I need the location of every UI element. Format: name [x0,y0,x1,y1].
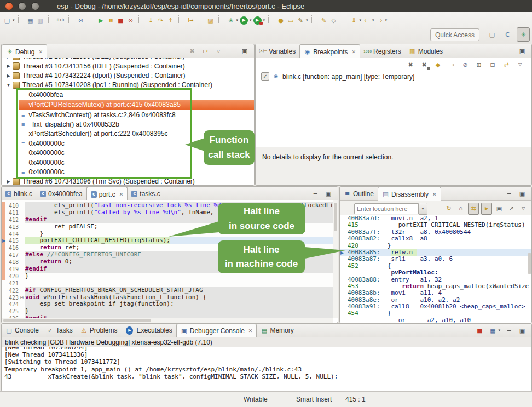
sync-active-context-icon[interactable]: ⇆ [468,203,479,215]
pin-view-icon[interactable]: ↗ [506,203,516,214]
search-icon[interactable]: ✎ [296,15,305,26]
disassembly-listing[interactable]: 40083a7d: movi.n a2, 1415 portEXIT_CRITI… [340,215,531,323]
close-tab-icon[interactable]: ✕ [38,49,43,55]
tab-memory[interactable]: ▤Memory [257,324,297,337]
code-line[interactable]: 420} [2,273,333,280]
tab-debug[interactable]: ✳Debug✕ [2,44,47,59]
fold-collapse-icon[interactable]: ⊖ [20,295,24,300]
view-menu-icon[interactable]: ▽ [518,203,528,214]
location-input[interactable] [354,203,419,214]
window-minimize-button[interactable] [18,2,26,10]
new-wizard-group[interactable]: ▢▾ [2,15,15,26]
instruction-stepping-mode-icon[interactable]: i→ [200,46,210,57]
stack-frame-row[interactable]: ≡vPortCPUReleaseMutex() at port.c:415 0x… [19,100,254,110]
thread-row[interactable]: ▶Thread #6 1073431096 (Tmr Svc) (Suspend… [2,177,254,185]
tab-variables[interactable]: (x)=Variables [256,44,299,58]
show-execution-pointer-icon[interactable]: ≣ [196,15,206,26]
close-tab-icon[interactable]: ✕ [432,192,437,197]
terminate-console-icon[interactable]: ■ [475,325,484,336]
disassembly-row[interactable]: or a2, a10, a10 [340,317,531,323]
build-binary-icon[interactable]: 010 [56,15,66,26]
quick-access-button[interactable]: Quick Access [430,28,479,41]
stack-frame-row[interactable]: ≡0x4000000c [19,167,254,176]
tab-0x4000bfea[interactable]: c0x4000bfea [36,187,86,200]
step-into-icon[interactable]: ↓ [146,15,156,26]
open-new-view-icon[interactable]: ▣ [494,203,504,214]
follow-pc-icon[interactable]: ▶ [481,203,492,215]
use-step-filters-icon[interactable]: ▨ [206,15,216,26]
resume-icon[interactable]: ▶ [96,15,106,26]
minimize-icon[interactable]: ─ [227,46,236,57]
debug-dropdown-icon[interactable]: ▾ [236,18,239,22]
remove-all-breakpoints-icon[interactable]: ✖ [419,59,429,70]
view-menu-icon[interactable]: ▽ [213,46,223,57]
tab-tasks-c[interactable]: ctasks.c [128,187,164,200]
stack-frame-row[interactable]: ≡vTaskSwitchContext() at tasks.c:2,846 0… [19,110,254,119]
back-dropdown-icon[interactable]: ▾ [372,18,374,22]
link-with-debug-view-icon[interactable]: ⇄ [501,59,511,70]
code-line[interactable]: 424 esp_set_breakpoint_if_jtag(function)… [2,301,333,308]
instruction-stepping-icon[interactable]: i→ [186,15,196,26]
breakpoint-checkbox[interactable]: ✓ [261,72,269,81]
code-line[interactable]: 425} [2,308,333,315]
new-wizard-icon[interactable]: ▢ [2,15,12,26]
step-over-icon[interactable]: ↷ [156,15,166,26]
thread-row[interactable]: ▶Thread #4 1073432224 (dport) (Suspended… [2,71,254,80]
display-selected-console-dropdown-icon[interactable]: ▾ [498,328,500,333]
external-tools-dropdown-icon[interactable]: ▾ [263,18,265,22]
code-line[interactable]: 422#if CONFIG_FREERTOS_BREAK_ON_SCHEDULE… [2,287,333,294]
tree-expand-icon[interactable]: ▼ [5,83,11,88]
stack-frame-row[interactable]: ≡_frxt_dispatch() at 0x4008532b [19,119,254,129]
maximize-icon[interactable]: ▣ [517,46,527,57]
run-icon[interactable]: ▶ [240,16,248,25]
tab-breakpoints[interactable]: ◉Breakpoints✕ [299,44,360,59]
run-dropdown-icon[interactable]: ▾ [250,18,252,22]
expand-all-icon[interactable]: ⊞ [474,59,484,70]
display-selected-console-icon[interactable]: ▦ [488,325,498,336]
new-cpp-project-icon[interactable]: ● [276,15,286,26]
view-menu-icon[interactable]: ▽ [515,59,525,70]
stack-frame-row[interactable]: ≡0x4000bfea [19,90,254,99]
tab-registers[interactable]: 1010Registers [360,44,405,58]
debug-group[interactable]: ✳▾ [226,15,239,26]
forward-icon[interactable]: ⇒ [375,15,385,26]
editor-horizontal-scrollbar[interactable] [2,318,333,323]
thread-row[interactable]: ▼Thread #5 1073410208 (ipc1 : Running) (… [2,81,254,90]
tab-port-c[interactable]: cport.c✕ [86,187,128,201]
forward-dropdown-icon[interactable]: ▾ [385,18,388,22]
external-tools-group[interactable]: ▶▾ [252,16,266,25]
location-dropdown-icon[interactable]: ▼ [419,203,427,215]
save-icon[interactable]: ▦ [26,15,36,26]
close-tab-icon[interactable]: ✕ [352,49,356,55]
remove-breakpoint-icon[interactable]: ✖ [406,59,415,70]
suspend-icon[interactable]: ▮▮ [106,15,116,26]
code-line[interactable]: 423void vPortFirstTaskHook(TaskFunction_… [2,294,333,301]
debug-icon[interactable]: ✳ [226,15,236,26]
step-return-icon[interactable]: ↑ [166,15,176,26]
collapse-all-icon[interactable]: ⊟ [488,59,498,70]
breakpoint-row[interactable]: ✓ ◉ blink.c [function: app_main] [type: … [256,71,531,82]
last-edit-location-dropdown-icon[interactable]: ▾ [360,18,362,22]
cpp-perspective-button[interactable]: C [501,28,513,41]
save-all-icon[interactable]: ▥ [36,15,45,26]
back-icon[interactable]: ⇐ [362,15,372,26]
console-output[interactable]: [New Thread 1073408744][New Thread 10734… [2,347,531,391]
close-tab-icon[interactable]: ✕ [248,328,253,334]
disconnect-icon[interactable]: ⊗ [126,15,136,26]
debug-perspective-button[interactable]: ✳ [517,27,530,42]
tree-expand-icon[interactable]: ▶ [5,64,11,68]
display-selected-console-group[interactable]: ▦▾ [488,325,501,336]
skip-all-breakpoints-icon[interactable]: ⊘ [76,15,86,26]
search-group[interactable]: ✎▾ [296,15,309,26]
minimize-icon[interactable]: ─ [504,46,514,57]
tab-disassembly[interactable]: ▤Disassembly✕ [378,187,441,201]
open-perspective-button[interactable]: ▢ [486,28,498,41]
maximize-icon[interactable]: ▣ [240,46,250,57]
tab-modules[interactable]: ▦Modules [405,44,447,58]
terminate-icon[interactable]: ■ [116,15,126,26]
tab-executables[interactable]: ▶Executables [121,324,176,337]
window-maximize-button[interactable] [31,2,39,10]
thread-row[interactable]: ▶Thread #3 1073413156 (IDLE) (Suspended … [2,61,254,71]
maximize-icon[interactable]: ▣ [517,188,527,199]
refresh-icon[interactable]: ↻ [444,203,454,214]
